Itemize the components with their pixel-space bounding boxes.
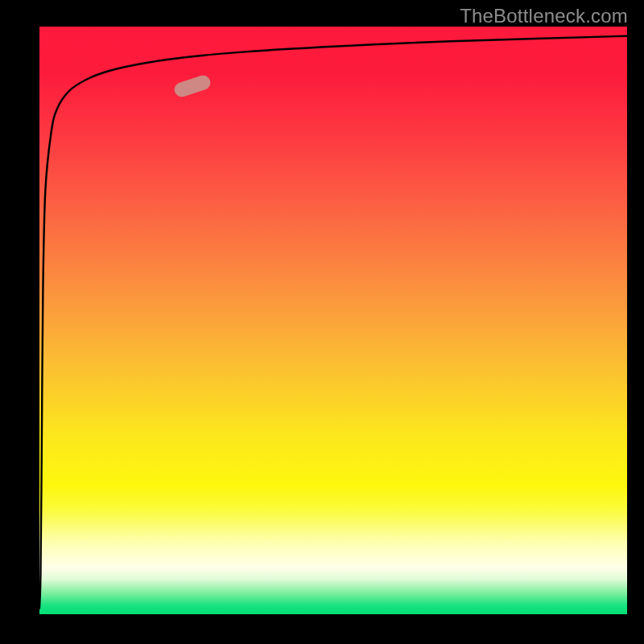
chart-panel [39, 27, 627, 614]
stage: TheBottleneck.com [0, 0, 644, 644]
watermark-text: TheBottleneck.com [460, 5, 628, 27]
chart-background-gradient [39, 27, 627, 614]
